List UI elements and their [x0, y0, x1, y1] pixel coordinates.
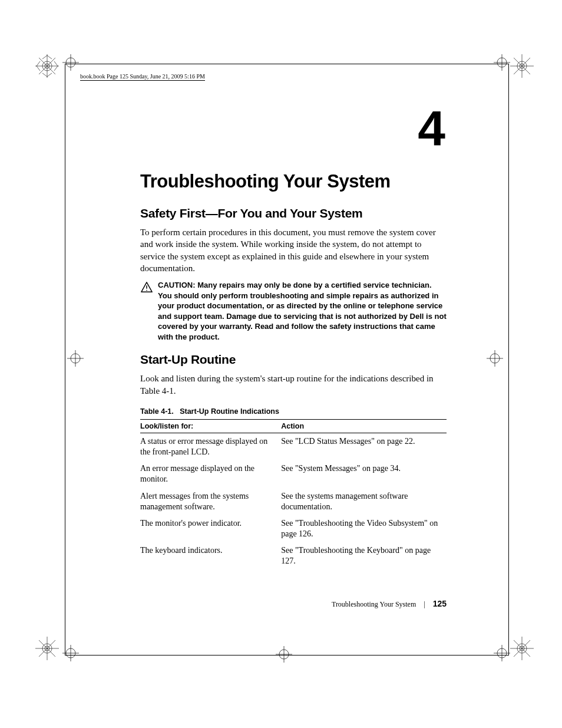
table-cell-look: An error message displayed on the monito…	[140, 460, 281, 487]
table-cell-action: See "Troubleshooting the Keyboard" on pa…	[281, 542, 447, 569]
crop-target-icon	[494, 645, 510, 661]
table-caption: Table 4-1. Start-Up Routine Indications	[140, 407, 447, 416]
table-cell-look: Alert messages from the systems manageme…	[140, 488, 281, 515]
footer-section-name: Troubleshooting Your System	[332, 600, 416, 608]
svg-line-9	[42, 73, 47, 77]
table-row: The monitor's power indicator. See "Trou…	[140, 515, 447, 542]
table-cell-action: See "LCD Status Messages" on page 22.	[281, 433, 447, 460]
svg-line-10	[37, 61, 40, 66]
table-header-action: Action	[281, 419, 447, 433]
page-content: 4 Troubleshooting Your System Safety Fir…	[140, 104, 447, 570]
svg-line-8	[47, 73, 52, 77]
registration-burst-icon	[509, 635, 535, 661]
body-paragraph: To perform certain procedures in this do…	[140, 226, 447, 274]
table-row: An error message displayed on the monito…	[140, 460, 447, 487]
table-row: The keyboard indicators. See "Troublesho…	[140, 542, 447, 569]
table-cell-action: See "Troubleshooting the Video Subsystem…	[281, 515, 447, 542]
table-cell-look: The keyboard indicators.	[140, 542, 281, 569]
crop-target-icon	[276, 646, 292, 663]
table-header-look: Look/listen for:	[140, 419, 281, 433]
registration-burst-icon	[34, 53, 60, 79]
svg-line-13	[54, 66, 58, 71]
table-caption-title: Start-Up Routine Indications	[180, 407, 279, 416]
registration-burst-icon	[509, 53, 535, 79]
crop-target-icon	[62, 54, 79, 71]
svg-line-7	[42, 55, 47, 59]
section-heading-safety: Safety First—For You and Your System	[140, 206, 447, 220]
body-paragraph: Look and listen during the system's star…	[140, 373, 447, 397]
chapter-number: 4	[140, 104, 444, 153]
svg-line-12	[54, 61, 58, 66]
caution-text: CAUTION: Many repairs may only be done b…	[158, 280, 447, 342]
table-cell-action: See the systems management software docu…	[281, 488, 447, 515]
caution-body: Many repairs may only be done by a certi…	[158, 281, 447, 341]
footer-separator: |	[424, 600, 425, 609]
caution-block: CAUTION: Many repairs may only be done b…	[140, 280, 447, 342]
registration-burst-icon	[34, 635, 60, 661]
svg-line-11	[37, 66, 40, 71]
running-header: book.book Page 125 Sunday, June 21, 2009…	[80, 73, 205, 81]
chapter-title: Troubleshooting Your System	[140, 171, 447, 192]
table-caption-prefix: Table 4-1.	[140, 407, 174, 416]
crop-target-icon	[494, 54, 510, 71]
table-row: Alert messages from the systems manageme…	[140, 488, 447, 515]
table-cell-look: The monitor's power indicator.	[140, 515, 281, 542]
crop-target-icon	[487, 350, 503, 367]
section-heading-startup: Start-Up Routine	[140, 353, 447, 367]
crop-target-icon	[62, 645, 79, 661]
footer-page-number: 125	[433, 599, 447, 608]
caution-triangle-icon	[140, 281, 153, 293]
table-cell-look: A status or error message displayed on t…	[140, 433, 281, 460]
page-footer: Troubleshooting Your System | 125	[140, 599, 447, 609]
table-row: A status or error message displayed on t…	[140, 433, 447, 460]
table-cell-action: See "System Messages" on page 34.	[281, 460, 447, 487]
svg-line-6	[47, 55, 52, 59]
indications-table: Look/listen for: Action A status or erro…	[140, 419, 447, 570]
svg-point-54	[146, 290, 147, 291]
caution-label: CAUTION:	[158, 281, 197, 289]
crop-target-icon	[67, 350, 84, 367]
